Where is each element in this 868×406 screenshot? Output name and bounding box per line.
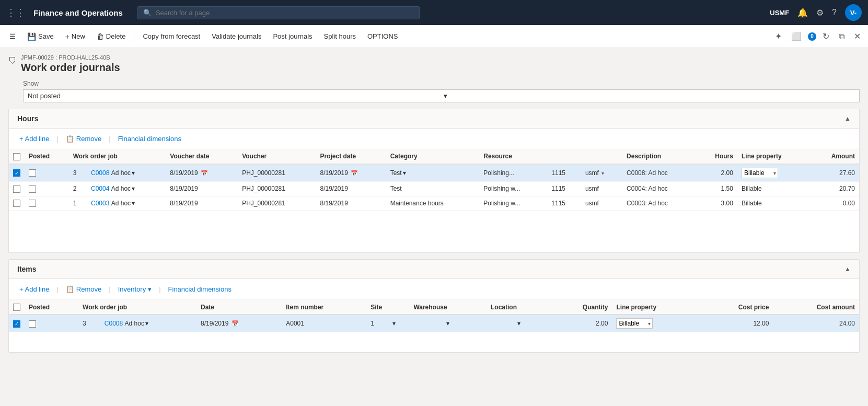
items-row-jobtype[interactable]: Ad hoc ▾ [125, 320, 148, 327]
filter-icon[interactable]: ⛉ [8, 56, 17, 66]
hours-row-check-cell[interactable] [9, 196, 25, 211]
hours-row-jobtype[interactable]: Ad hoc ▾ [111, 200, 135, 207]
refresh-icon[interactable]: ↻ [819, 29, 832, 43]
copy-from-forecast-button[interactable]: Copy from forecast [137, 30, 205, 42]
main-content: ⛉ JPMF-00029 : PROD-HALL25-40B Work orde… [0, 48, 868, 406]
items-remove-button[interactable]: 📋 Remove [62, 283, 106, 295]
hours-section-title: Hours [17, 114, 38, 123]
options-button[interactable]: OPTIONS [362, 30, 403, 42]
hours-row-jobcode-link[interactable]: C0003 [91, 200, 109, 207]
items-section-header[interactable]: Items ▲ [9, 260, 859, 279]
category-dropdown[interactable]: Test ▾ [390, 169, 406, 177]
search-input[interactable] [156, 9, 414, 17]
project-calendar-icon[interactable]: 📅 [351, 170, 358, 176]
items-collapse-icon[interactable]: ▲ [844, 265, 851, 273]
hours-row-category[interactable]: Maintenance hours [386, 196, 480, 211]
lineproperty-select[interactable]: Billable [742, 168, 778, 178]
hours-collapse-icon[interactable]: ▲ [844, 115, 851, 122]
hours-hours-header: Hours [697, 149, 737, 164]
warehouse-chevron-icon: ▾ [446, 320, 449, 327]
items-row-lineproperty[interactable]: Billable [612, 315, 701, 332]
items-date-header: Date [196, 300, 282, 315]
hours-section: Hours ▲ + Add line | 📋 Remove | Financia… [8, 109, 860, 253]
hours-row-jobtype[interactable]: Ad hoc ▾ [111, 169, 135, 177]
hours-table-row[interactable]: 2 C0004 Ad hoc ▾ 8/19/2019 PHJ_00000281 … [9, 181, 859, 196]
items-select-all-header[interactable] [9, 300, 25, 315]
items-lineproperty-select-wrapper[interactable]: Billable [616, 318, 653, 329]
items-calendar-icon[interactable]: 📅 [232, 320, 239, 327]
hours-row-posted-check[interactable] [29, 185, 36, 193]
close-icon[interactable]: ✕ [851, 29, 864, 43]
page-header: ⛉ JPMF-00029 : PROD-HALL25-40B Work orde… [8, 48, 860, 78]
hours-select-all-header[interactable] [9, 149, 25, 164]
hours-row-checkbox[interactable] [13, 185, 20, 193]
items-row-warehouse-chevron[interactable]: ▾ [442, 315, 487, 332]
hours-row-checkbox[interactable] [13, 200, 20, 207]
avatar[interactable]: V- [845, 4, 862, 21]
calendar-icon[interactable]: 📅 [201, 170, 208, 176]
items-row-costprice: 12.00 [701, 315, 773, 332]
show-label: Show [23, 80, 860, 87]
search-bar[interactable]: 🔍 [137, 6, 420, 19]
hours-row-posted-check[interactable] [29, 169, 36, 177]
hours-row-lineproperty: Billable [737, 164, 811, 182]
hours-row-category[interactable]: Test [386, 181, 480, 196]
hours-row-projectdate: 8/19/2019 📅 [316, 164, 386, 182]
items-add-line-button[interactable]: + Add line [15, 283, 53, 295]
validate-journals-button[interactable]: Validate journals [206, 30, 267, 42]
save-button[interactable]: 💾 Save [22, 30, 59, 43]
help-icon[interactable]: ? [832, 8, 837, 17]
items-row-jobcode-link[interactable]: C0008 [105, 320, 123, 327]
items-inventory-button[interactable]: Inventory ▾ [114, 283, 156, 295]
hours-row-amount: 27.60 [811, 164, 859, 182]
split-hours-button[interactable]: Split hours [319, 30, 361, 42]
hours-table-row[interactable]: ✓ 3 C0008 Ad hoc ▾ 8/19/2019 📅 PHJ_00000… [9, 164, 859, 182]
delete-button[interactable]: 🗑 Delete [91, 30, 131, 43]
hours-row-checkbox[interactable]: ✓ [13, 169, 20, 177]
hours-row-voucher: PHJ_00000281 [238, 181, 316, 196]
items-row-check-cell[interactable]: ✓ [9, 315, 25, 332]
items-financial-dimensions-button[interactable]: Financial dimensions [164, 283, 236, 295]
items-row-site-chevron[interactable]: ▾ [388, 315, 409, 332]
hours-table-row[interactable]: 1 C0003 Ad hoc ▾ 8/19/2019 PHJ_00000281 … [9, 196, 859, 211]
hours-row-resource: Polishing w... [479, 196, 547, 211]
office-icon[interactable]: ⬜ [788, 29, 805, 43]
post-journals-button[interactable]: Post journals [268, 30, 317, 42]
hamburger-icon[interactable]: ☰ [4, 30, 21, 42]
hours-row-jobcode-link[interactable]: C0008 [91, 169, 109, 177]
hours-row-category[interactable]: Test ▾ [386, 164, 480, 182]
save-icon: 💾 [27, 32, 36, 41]
items-table-row[interactable]: ✓ 3 C0008 Ad hoc ▾ 8/19/2019 📅 A0001 1 ▾… [9, 315, 859, 332]
hours-row-jobcode: C0003 Ad hoc ▾ [87, 196, 166, 211]
hours-row-jobtype[interactable]: Ad hoc ▾ [111, 185, 135, 192]
copy-icon: 📋 [66, 135, 74, 143]
select-all-checkbox[interactable] [13, 153, 20, 160]
bell-icon[interactable]: 🔔 [797, 8, 808, 18]
notification-badge[interactable]: 0 [808, 32, 816, 41]
gear-icon[interactable]: ⚙ [816, 8, 824, 18]
lineproperty-select-wrapper[interactable]: Billable [742, 168, 778, 178]
hours-add-line-button[interactable]: + Add line [15, 133, 53, 145]
items-select-all-checkbox[interactable] [13, 304, 20, 311]
hours-category-header: Category [386, 149, 480, 164]
hours-amount-header: Amount [811, 149, 859, 164]
pin-icon[interactable]: ✦ [772, 29, 785, 43]
grid-icon[interactable]: ⋮⋮ [6, 7, 25, 18]
hours-financial-dimensions-button[interactable]: Financial dimensions [114, 133, 186, 145]
hours-row-check-cell[interactable]: ✓ [9, 164, 25, 182]
hours-lineproperty-header: Line property [737, 149, 811, 164]
hours-section-header[interactable]: Hours ▲ [9, 109, 859, 129]
page-title: Work order journals [21, 62, 860, 74]
new-button[interactable]: + New [60, 30, 90, 43]
hours-row-posted-check[interactable] [29, 200, 36, 207]
items-row-checkbox[interactable]: ✓ [13, 320, 20, 328]
resource-chevron-icon[interactable]: ▾ [601, 170, 604, 176]
items-row-posted-check[interactable] [29, 320, 36, 328]
items-row-location-chevron[interactable]: ▾ [513, 315, 550, 332]
hours-row-check-cell[interactable] [9, 181, 25, 196]
hours-row-jobcode-link[interactable]: C0004 [91, 185, 109, 192]
open-in-window-icon[interactable]: ⧉ [836, 30, 848, 43]
items-lineproperty-select[interactable]: Billable [616, 318, 653, 329]
show-select[interactable]: Not posted ▾ [23, 89, 860, 102]
hours-remove-button[interactable]: 📋 Remove [62, 133, 106, 145]
